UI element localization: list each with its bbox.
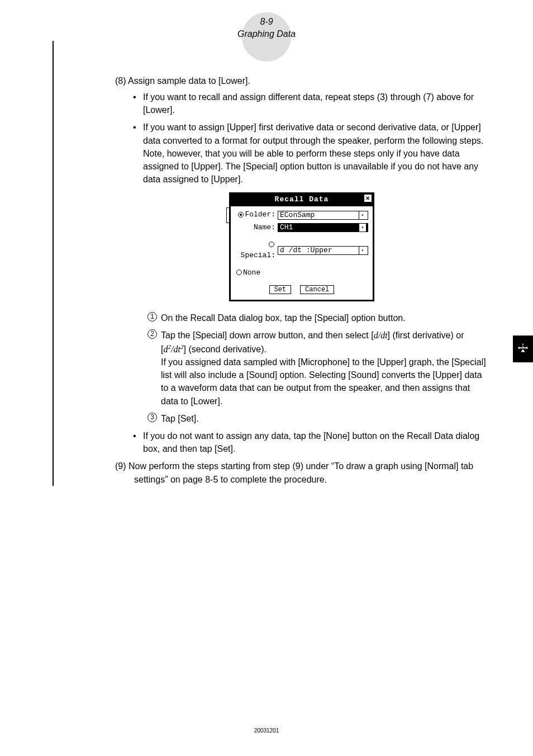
bullet-none: If you do not want to assign any data, t… [135, 429, 488, 455]
dialog-side-tab-icon [226, 207, 230, 223]
bullet-special-note: If you want to assign [Upper] first deri… [135, 121, 488, 186]
none-label: None [243, 268, 260, 277]
folder-label: Folder: [245, 210, 275, 219]
dialog-title: Recall Data ✕ [231, 194, 373, 206]
chevron-down-icon[interactable]: ▾ [359, 247, 366, 254]
special-dropdown[interactable]: d /dt :Upper ▾ [278, 246, 368, 255]
recall-data-dialog: Recall Data ✕ Folder: EConSamp ▾ Name: C… [229, 192, 374, 301]
special-label: Special: [241, 251, 275, 259]
substep-1: 1 On the Recall Data dialog box, tap the… [149, 311, 488, 324]
chevron-down-icon[interactable]: ▾ [359, 224, 366, 231]
page-number: 8-9 [0, 16, 533, 28]
cancel-button[interactable]: Cancel [300, 285, 334, 294]
bullet-recall-different: If you want to recall and assign differe… [135, 91, 488, 116]
name-label: Name: [235, 223, 278, 233]
chevron-down-icon[interactable]: ▾ [359, 211, 366, 219]
none-radio[interactable] [236, 270, 242, 275]
step-9: (9) Now perform the steps starting from … [115, 460, 488, 485]
circled-num-3: 3 [147, 413, 157, 422]
name-dropdown[interactable]: CH1 ▾ [278, 223, 368, 232]
substep-2-note: If you assigned data sampled with [Micro… [161, 356, 488, 408]
folder-radio[interactable] [238, 212, 244, 218]
footer-id: 20031201 [0, 727, 533, 734]
folder-dropdown[interactable]: EConSamp ▾ [278, 211, 368, 220]
close-icon[interactable]: ✕ [364, 195, 372, 202]
circled-num-2: 2 [147, 329, 157, 339]
section-title: Graphing Data [0, 28, 533, 40]
substep-2: 2 Tap the [Special] down arrow button, a… [149, 329, 488, 407]
special-radio[interactable] [269, 242, 274, 247]
circled-num-1: 1 [147, 312, 157, 322]
step-8: (8) Assign sample data to [Lower]. [115, 74, 488, 87]
substep-3: 3 Tap [Set]. [149, 412, 488, 425]
set-button[interactable]: Set [269, 285, 292, 294]
side-tab-icon [513, 336, 533, 362]
